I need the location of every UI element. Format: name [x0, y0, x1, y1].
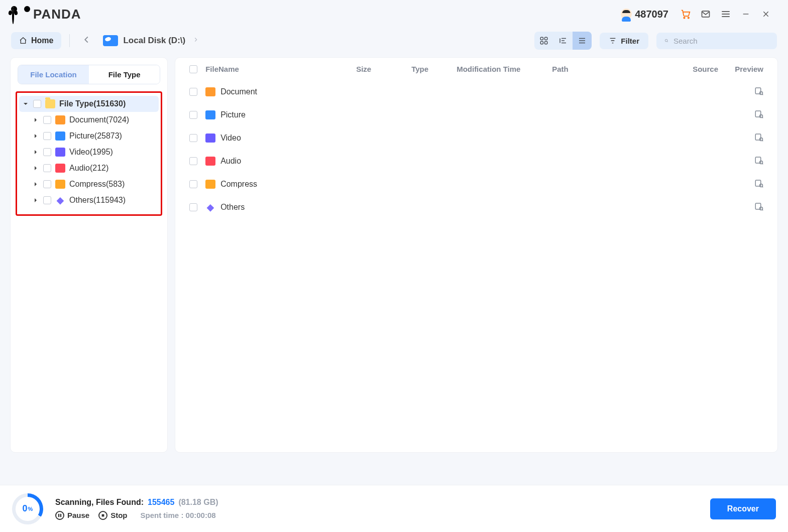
table-row[interactable]: Compress — [175, 173, 777, 196]
checkbox[interactable] — [43, 164, 51, 172]
svg-rect-8 — [541, 42, 543, 44]
panda-icon — [12, 8, 29, 20]
row-name: Video — [220, 134, 241, 143]
close-button[interactable] — [756, 4, 776, 24]
recover-button[interactable]: Recover — [710, 498, 776, 519]
checkbox[interactable] — [43, 116, 51, 124]
home-button[interactable]: Home — [11, 32, 61, 49]
table-header: FileName Size Type Modification Time Pat… — [175, 58, 777, 80]
checkbox[interactable] — [43, 196, 51, 204]
row-checkbox[interactable] — [189, 134, 197, 142]
preview-icon[interactable] — [754, 86, 763, 95]
divider — [69, 34, 70, 47]
highlight-box: File Type(151630) Document(7024)Picture(… — [16, 91, 162, 216]
tree-item-label: Compress(583) — [69, 180, 125, 189]
checkbox[interactable] — [43, 132, 51, 140]
tree-item-label: Others(115943) — [69, 196, 126, 205]
tree-item-pic[interactable]: Picture(25873) — [19, 128, 159, 144]
spent-time: Spent time : 00:00:08 — [141, 511, 216, 519]
filter-button[interactable]: Filter — [600, 33, 648, 49]
chevron-right-icon[interactable] — [32, 150, 39, 155]
content: FileName Size Type Modification Time Pat… — [175, 57, 778, 453]
checkbox[interactable] — [43, 180, 51, 188]
svg-rect-39 — [102, 514, 104, 516]
chevron-right-icon[interactable] — [32, 134, 39, 139]
chevron-right-icon[interactable] — [190, 36, 201, 46]
stop-icon — [98, 511, 107, 520]
checkbox[interactable] — [43, 148, 51, 156]
th-mtime[interactable]: Modification Time — [457, 65, 552, 73]
mail-icon[interactable] — [696, 4, 716, 24]
chevron-right-icon[interactable] — [32, 182, 39, 187]
svg-point-17 — [665, 39, 667, 42]
table-row[interactable]: Picture — [175, 103, 777, 126]
preview-icon[interactable] — [754, 132, 763, 142]
table-row[interactable]: Others — [175, 196, 777, 219]
sidebar-tabs: File Location File Type — [18, 65, 160, 84]
row-checkbox[interactable] — [189, 111, 197, 119]
svg-line-33 — [762, 187, 763, 188]
cart-icon[interactable] — [676, 4, 696, 24]
preview-icon[interactable] — [754, 156, 763, 165]
search-input[interactable] — [673, 37, 769, 45]
aud-icon — [55, 164, 65, 173]
chevron-right-icon[interactable] — [32, 198, 39, 203]
account-count[interactable]: 487097 — [621, 9, 668, 20]
nav-back-button[interactable] — [78, 31, 95, 50]
tab-file-type[interactable]: File Type — [89, 65, 160, 84]
view-list-button[interactable] — [573, 32, 592, 50]
preview-icon[interactable] — [754, 202, 763, 211]
table-row[interactable]: Document — [175, 80, 777, 103]
view-grid-button[interactable] — [534, 32, 553, 50]
stop-button[interactable]: Stop — [98, 511, 127, 520]
search-box[interactable] — [656, 33, 777, 49]
row-checkbox[interactable] — [189, 203, 197, 211]
tree-root[interactable]: File Type(151630) — [19, 96, 159, 112]
th-path[interactable]: Path — [552, 65, 693, 73]
pause-button[interactable]: Pause — [55, 511, 89, 520]
row-checkbox[interactable] — [189, 88, 197, 96]
preview-icon[interactable] — [754, 179, 763, 188]
tree-item-label: Audio(212) — [69, 164, 108, 173]
preview-icon[interactable] — [754, 109, 763, 118]
chevron-down-icon[interactable] — [22, 101, 29, 106]
th-filename[interactable]: FileName — [205, 65, 356, 73]
chevron-right-icon[interactable] — [32, 117, 39, 122]
svg-line-21 — [762, 94, 763, 95]
row-checkbox[interactable] — [189, 180, 197, 188]
th-type[interactable]: Type — [411, 65, 457, 73]
sidebar: File Location File Type File Type(151630… — [10, 57, 168, 453]
vid-icon — [205, 134, 215, 143]
filter-label: Filter — [621, 37, 639, 45]
svg-point-1 — [688, 17, 690, 19]
doc-icon — [205, 87, 215, 96]
table-row[interactable]: Video — [175, 126, 777, 150]
minimize-button[interactable] — [736, 4, 756, 24]
tree-item-cmp[interactable]: Compress(583) — [19, 176, 159, 192]
progress-ring: 0% — [12, 493, 43, 524]
tab-file-location[interactable]: File Location — [18, 65, 89, 84]
select-all-checkbox[interactable] — [189, 65, 197, 73]
tree-item-vid[interactable]: Video(1995) — [19, 144, 159, 160]
cmp-icon — [55, 180, 65, 189]
chevron-right-icon[interactable] — [32, 166, 39, 171]
titlebar: PANDA 487097 — [0, 0, 788, 28]
menu-icon[interactable] — [716, 4, 736, 24]
svg-line-18 — [667, 41, 668, 42]
breadcrumb: Local Disk (D:\) — [103, 35, 201, 46]
tree-item-label: Document(7024) — [69, 115, 129, 124]
status-label: Scanning, Files Found: — [55, 498, 144, 507]
tree-item-doc[interactable]: Document(7024) — [19, 112, 159, 128]
checkbox[interactable] — [33, 100, 41, 108]
svg-line-30 — [762, 164, 763, 165]
th-preview[interactable]: Preview — [728, 65, 763, 73]
svg-rect-7 — [545, 37, 547, 40]
th-source[interactable]: Source — [693, 65, 728, 73]
row-checkbox[interactable] — [189, 157, 197, 165]
home-label: Home — [31, 36, 53, 45]
tree-item-aud[interactable]: Audio(212) — [19, 160, 159, 176]
view-detail-button[interactable] — [553, 32, 573, 50]
th-size[interactable]: Size — [356, 65, 411, 73]
table-row[interactable]: Audio — [175, 150, 777, 173]
tree-item-oth[interactable]: Others(115943) — [19, 192, 159, 208]
